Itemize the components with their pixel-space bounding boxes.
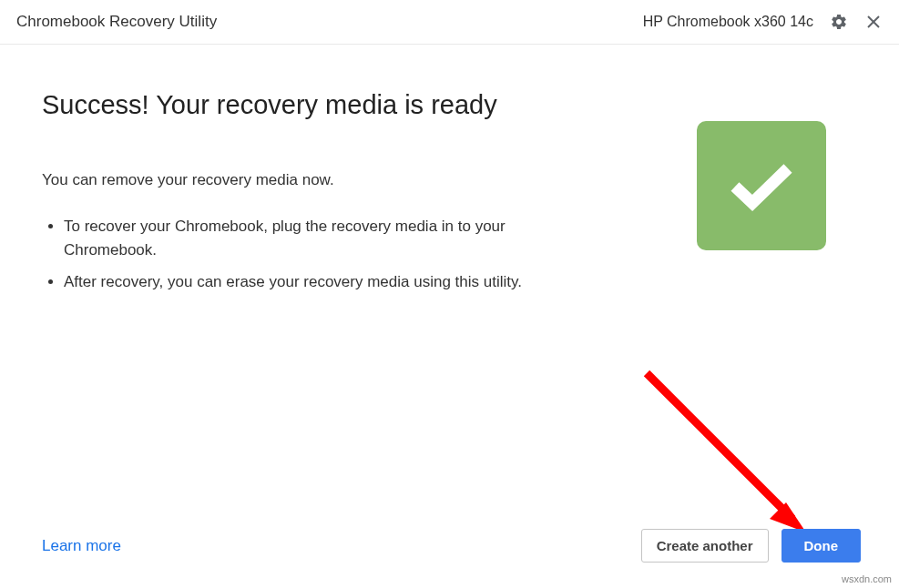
button-row: Create another Done (641, 529, 861, 563)
app-title: Chromebook Recovery Utility (16, 13, 217, 31)
device-name: HP Chromebook x360 14c (643, 14, 813, 30)
window-header: Chromebook Recovery Utility HP Chromeboo… (0, 0, 899, 45)
header-right-group: HP Chromebook x360 14c (643, 13, 883, 31)
gear-icon[interactable] (830, 13, 848, 31)
footer-bar: Learn more Create another Done (42, 529, 861, 563)
svg-line-3 (647, 373, 792, 519)
intro-text: You can remove your recovery media now. (42, 171, 570, 189)
learn-more-link[interactable]: Learn more (42, 537, 121, 555)
list-item: To recover your Chromebook, plug the rec… (64, 215, 570, 263)
done-button[interactable]: Done (782, 529, 862, 563)
close-icon[interactable] (864, 13, 883, 31)
page-heading: Success! Your recovery media is ready (42, 90, 570, 120)
instruction-list: To recover your Chromebook, plug the rec… (42, 215, 570, 294)
success-tile (697, 121, 826, 250)
watermark: wsxdn.com (842, 573, 892, 584)
check-icon (730, 161, 793, 211)
create-another-button[interactable]: Create another (641, 529, 769, 563)
list-item: After recovery, you can erase your recov… (64, 270, 570, 294)
annotation-arrow (624, 364, 824, 555)
main-content: Success! Your recovery media is ready Yo… (0, 45, 899, 329)
